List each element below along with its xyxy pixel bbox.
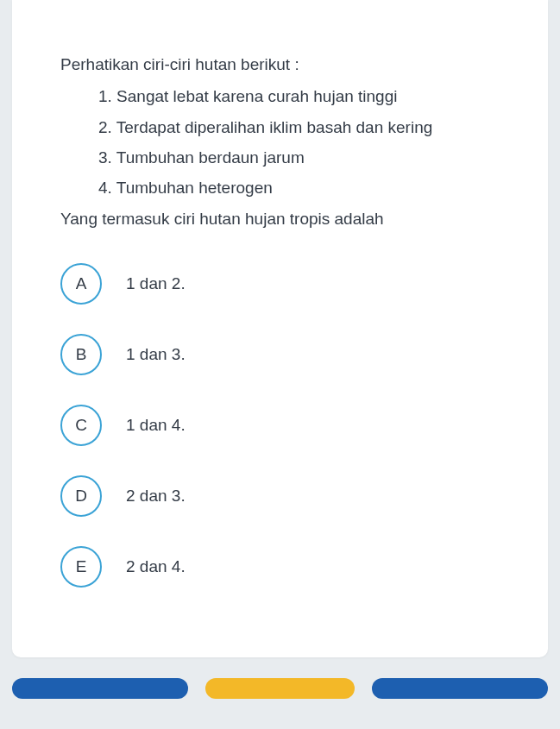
nav-bar <box>0 657 560 699</box>
option-letter-bubble: B <box>60 334 102 375</box>
list-item: 4. Tumbuhan heterogen <box>98 173 500 203</box>
question-intro: Perhatikan ciri-ciri hutan berikut : <box>60 52 500 78</box>
next-button[interactable] <box>372 678 548 699</box>
option-letter: E <box>76 557 87 576</box>
option-c[interactable]: C 1 dan 4. <box>60 405 500 446</box>
list-item: 2. Terdapat diperalihan iklim basah dan … <box>98 112 500 142</box>
question-closing: Yang termasuk ciri hutan hujan tropis ad… <box>60 206 500 232</box>
option-letter-bubble: E <box>60 546 102 588</box>
question-list: 1. Sangat lebat karena curah hujan tingg… <box>60 81 500 203</box>
option-text: 2 dan 3. <box>126 487 186 506</box>
option-b[interactable]: B 1 dan 3. <box>60 334 500 375</box>
option-letter: B <box>76 345 87 364</box>
option-e[interactable]: E 2 dan 4. <box>60 546 500 588</box>
options-group: A 1 dan 2. B 1 dan 3. C 1 dan 4. D 2 dan… <box>60 263 500 588</box>
question-card: Perhatikan ciri-ciri hutan berikut : 1. … <box>12 0 548 657</box>
mark-button[interactable] <box>205 678 355 699</box>
option-d[interactable]: D 2 dan 3. <box>60 475 500 517</box>
option-letter-bubble: D <box>60 475 102 517</box>
option-text: 1 dan 2. <box>126 274 186 293</box>
prev-button[interactable] <box>12 678 188 699</box>
option-letter: D <box>75 487 87 506</box>
list-item: 1. Sangat lebat karena curah hujan tingg… <box>98 81 500 111</box>
option-a[interactable]: A 1 dan 2. <box>60 263 500 305</box>
option-letter: A <box>76 274 87 293</box>
option-text: 1 dan 3. <box>126 345 186 364</box>
option-letter-bubble: A <box>60 263 102 305</box>
option-text: 2 dan 4. <box>126 557 186 576</box>
option-letter: C <box>75 416 87 435</box>
option-text: 1 dan 4. <box>126 416 186 435</box>
list-item: 3. Tumbuhan berdaun jarum <box>98 142 500 173</box>
option-letter-bubble: C <box>60 405 102 446</box>
